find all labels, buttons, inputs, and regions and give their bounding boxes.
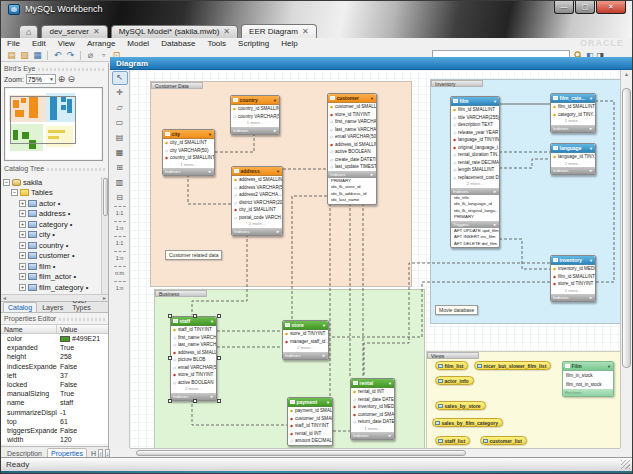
expand-arrow-icon[interactable]: ► — [210, 393, 214, 400]
expand-arrow-icon[interactable]: ► — [493, 221, 497, 228]
property-row-summarizeDisplay[interactable]: summarizeDisplay-1 — [1, 408, 108, 417]
tree-expander-icon[interactable]: + — [19, 273, 26, 280]
tree-expander-icon[interactable]: + — [19, 263, 26, 270]
rel-1-n-icon[interactable]: 1:n — [114, 251, 126, 265]
indexes-section-bar[interactable]: Indexes► — [551, 167, 595, 174]
selection-handle[interactable] — [168, 399, 172, 403]
routine-group-film[interactable]: Film▼film_in_stockfilm_not_in_stockRouti… — [562, 361, 614, 397]
eraser-tool-icon[interactable]: ▱ — [112, 101, 128, 115]
tree-item-address[interactable]: +address • — [1, 209, 108, 220]
property-row-color[interactable]: color#499E21 — [1, 334, 108, 343]
expand-arrow-icon[interactable]: ► — [322, 352, 326, 359]
menu-help[interactable]: Help — [275, 39, 303, 48]
property-row-triggersExpanded[interactable]: triggersExpandedFalse — [1, 426, 108, 435]
tree-expander-icon[interactable]: + — [19, 242, 26, 249]
menu-view[interactable]: View — [52, 39, 81, 48]
expand-arrow-icon[interactable]: ► — [589, 167, 593, 174]
home-tab[interactable]: ⌂ — [19, 25, 38, 38]
undo-icon[interactable]: ↶ — [51, 50, 64, 61]
selection-handle[interactable] — [168, 356, 172, 360]
tab-close-icon[interactable]: ✕ — [93, 26, 100, 38]
new-document-icon[interactable]: ▤ — [5, 50, 18, 61]
tree-item-sakila[interactable]: −sakila — [1, 177, 108, 188]
table-country[interactable]: country▼◆country_id SMALLINT◇country VAR… — [230, 95, 280, 135]
diagram-canvas[interactable]: Customer DataInventoryBusinessViewsCusto… — [130, 70, 620, 448]
selection-handle[interactable] — [217, 314, 221, 318]
view-actor_info[interactable]: actor_info — [435, 376, 474, 385]
tree-expander-icon[interactable]: + — [19, 252, 26, 259]
rel-1-1-icon[interactable]: 1:1 — [114, 236, 126, 250]
zoom-select[interactable]: 75%▼ — [26, 74, 56, 84]
tree-item-country[interactable]: +country • — [1, 240, 108, 251]
indexes-section-bar[interactable]: Indexes► — [451, 188, 499, 195]
expand-arrow-icon[interactable]: ► — [388, 432, 392, 439]
close-button[interactable]: ✕ — [596, 1, 626, 14]
collapse-arrow-icon[interactable]: ▼ — [493, 99, 497, 104]
collapse-arrow-icon[interactable]: ▼ — [370, 96, 374, 101]
triggers-section-bar[interactable]: Triggers► — [451, 221, 499, 228]
indexes-section-bar[interactable]: Indexes► — [163, 168, 214, 175]
table-rental[interactable]: rental▼◆rental_id INT◇rental_date DATE..… — [350, 378, 395, 440]
table-tool-icon[interactable]: ⊞ — [112, 161, 128, 175]
property-value[interactable]: False — [57, 426, 108, 435]
tree-horizontal-scrollbar[interactable]: ◄► — [1, 294, 108, 301]
rel-1-n-identifying-icon[interactable]: 1:n — [114, 221, 126, 235]
menu-file[interactable]: File — [1, 39, 26, 48]
zoom-in-icon[interactable]: ⊕ — [58, 74, 66, 84]
property-value[interactable]: True — [57, 343, 108, 352]
property-row-width[interactable]: width120 — [1, 435, 108, 444]
indexes-section-bar[interactable]: Indexes► — [283, 352, 328, 359]
collapse-arrow-icon[interactable]: ▼ — [273, 98, 277, 103]
tree-expander-icon[interactable]: + — [19, 231, 26, 238]
property-row-top[interactable]: top61 — [1, 417, 108, 426]
tree-expander-icon[interactable]: + — [19, 284, 26, 291]
tree-expander-icon[interactable]: − — [3, 179, 10, 186]
selection-handle[interactable] — [217, 399, 221, 403]
layer-tool-icon[interactable]: ▭ — [112, 116, 128, 130]
shrink-icon[interactable]: ▫ — [97, 50, 110, 61]
property-row-name[interactable]: namestaff — [1, 398, 108, 407]
menu-database[interactable]: Database — [155, 39, 201, 48]
collapse-arrow-icon[interactable]: ▼ — [208, 132, 212, 137]
cursor-tool-icon[interactable]: ↖ — [112, 71, 128, 85]
window-tab-eer[interactable]: EER Diagram✕ — [241, 24, 317, 38]
note-movie-database[interactable]: Movie database — [435, 305, 478, 315]
sidebar-tab-layers[interactable]: Layers — [38, 303, 67, 312]
menu-model[interactable]: Model — [121, 39, 155, 48]
property-row-left[interactable]: left37 — [1, 371, 108, 380]
view-tool-icon[interactable]: ▥ — [112, 176, 128, 190]
sidebar-tab-catalog[interactable]: Catalog — [3, 302, 37, 312]
rel-n-m-icon[interactable]: n:m — [114, 266, 126, 280]
hide-slash-icon[interactable]: ⌀ — [84, 50, 97, 61]
table-customer[interactable]: customer▼◆customer_id SMALL...◆store_id … — [327, 93, 377, 205]
property-value[interactable]: staff — [57, 398, 108, 407]
image-tool-icon[interactable]: ▦ — [112, 146, 128, 160]
minimap-viewport[interactable] — [10, 96, 76, 144]
selection-handle[interactable] — [193, 314, 197, 318]
tree-item-actor[interactable]: +actor • — [1, 198, 108, 209]
zoom-out-icon[interactable]: ⊖ — [67, 74, 75, 84]
selection-handle[interactable] — [217, 356, 221, 360]
indexes-section-bar[interactable]: Indexes► — [551, 125, 595, 132]
expand-arrow-icon[interactable]: ► — [589, 125, 593, 132]
tree-item-film_actor[interactable]: +film_actor • — [1, 272, 108, 283]
birds-eye-minimap[interactable] — [4, 87, 103, 161]
tree-item-tables[interactable]: −Tables — [1, 188, 108, 199]
selection-handle[interactable] — [193, 399, 197, 403]
tree-item-customer[interactable]: +customer • — [1, 251, 108, 262]
pan-tool-icon[interactable]: ✛ — [112, 86, 128, 100]
property-value[interactable]: 258 — [57, 352, 108, 361]
collapse-arrow-icon[interactable]: ▼ — [322, 323, 326, 328]
property-row-expanded[interactable]: expandedTrue — [1, 343, 108, 352]
tree-vertical-scrollbar[interactable] — [101, 177, 108, 301]
canvas-vertical-scrollbar[interactable]: ▲ — [620, 70, 632, 448]
table-city[interactable]: city▼◆city_id SMALLINT◇city VARCHAR(50)◆… — [162, 129, 215, 176]
view-sales_by_film_category[interactable]: sales_by_film_category — [432, 418, 503, 427]
property-value[interactable]: 61 — [57, 417, 108, 426]
expand-arrow-icon[interactable]: ► — [493, 188, 497, 195]
table-film[interactable]: film▼◆film_id SMALLINT◇title VARCHAR(255… — [450, 96, 500, 248]
menu-tools[interactable]: Tools — [201, 39, 232, 48]
minimize-button[interactable]: — — [554, 1, 574, 14]
tree-expander-icon[interactable]: − — [11, 189, 18, 196]
collapse-arrow-icon[interactable]: ▼ — [607, 364, 611, 369]
